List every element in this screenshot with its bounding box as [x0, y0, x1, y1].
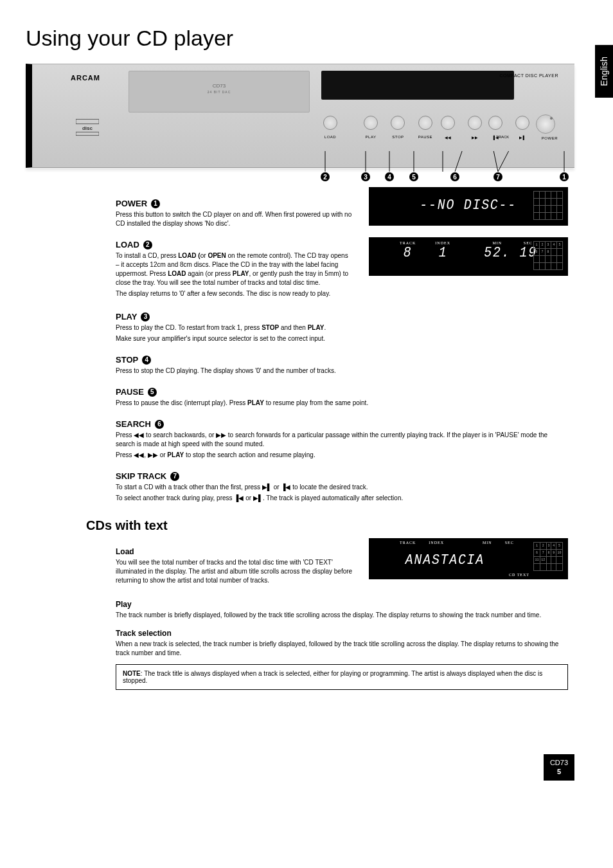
play-text-2: Make sure your amplifier's input source …: [116, 334, 568, 343]
callout-4: 4: [385, 172, 394, 181]
load-button[interactable]: LOAD: [323, 116, 337, 130]
tray-model: CD73: [213, 83, 226, 89]
callout-1: 1: [560, 172, 569, 181]
callout-7: 7: [493, 172, 502, 181]
search-heading: SEARCH6: [116, 419, 568, 429]
track-prev-button[interactable]: ▐◀: [488, 116, 502, 130]
load-text-1: To install a CD, press LOAD (or OPEN on …: [116, 251, 353, 287]
note-box: NOTE: The track title is always displaye…: [116, 664, 568, 690]
callout-2: 2: [321, 172, 330, 181]
callout-5: 5: [409, 172, 418, 181]
ct-load-text: You will see the total number of tracks …: [116, 558, 353, 585]
svg-rect-2: [76, 132, 99, 135]
search-back-button[interactable]: ◀◀: [441, 116, 455, 130]
lcd-grid-icon: 12345 678910 1112: [533, 542, 563, 568]
lcd-cd-text: TRACK INDEX MIN SEC ANASTACIA CD TEXT 12…: [369, 538, 568, 579]
device-type-label: COMPACT DISC PLAYER: [499, 73, 558, 78]
device-display: [321, 71, 514, 100]
svg-text:disc: disc: [82, 125, 93, 131]
power-text: Press this button to switch the CD playe…: [116, 210, 353, 228]
svg-line-9: [491, 151, 498, 172]
pause-heading: PAUSE5: [116, 387, 568, 397]
power-heading: POWER 1: [116, 199, 353, 208]
page-footer: CD73 5: [26, 754, 574, 781]
play-heading: PLAY3: [116, 312, 568, 321]
pause-text: Press to pause the disc (interrupt play)…: [116, 399, 568, 408]
svg-line-10: [498, 151, 515, 172]
tray-sub: 24 BIT DAC: [129, 90, 309, 94]
lcd-track-time: TRACK8 INDEX1 MIN52. SEC19 12345678: [369, 237, 568, 276]
skip-text-1: To start a CD with a track other than th…: [116, 483, 568, 492]
compact-disc-logo-icon: disc: [76, 119, 99, 137]
power-button[interactable]: [536, 114, 555, 134]
page-title: Using your CD player: [26, 26, 574, 51]
track-next-button[interactable]: ▶▌: [515, 116, 529, 130]
language-tab: English: [595, 45, 613, 98]
ct-tracksel-text: When a new track is selected, the track …: [116, 640, 568, 658]
skip-text-2: To select another track during play, pre…: [116, 494, 568, 503]
power-label: POWER: [542, 136, 558, 140]
load-heading: LOAD 2: [116, 240, 353, 249]
cds-with-text-heading: CDs with text: [86, 518, 568, 533]
lcd-no-disc: --NO DISC--: [369, 187, 568, 226]
play-button[interactable]: PLAY: [364, 116, 378, 130]
stop-button[interactable]: STOP: [391, 116, 405, 130]
callout-6: 6: [450, 172, 459, 181]
load-text-2: The display returns to '0' after a few s…: [116, 289, 353, 298]
track-label: TRACK: [496, 135, 509, 139]
skip-heading: SKIP TRACK7: [116, 471, 568, 481]
ct-tracksel-heading: Track selection: [116, 629, 568, 638]
lcd-grid-icon: [533, 191, 563, 217]
pause-button[interactable]: PAUSE: [418, 116, 432, 130]
cd-tray: CD73 24 BIT DAC: [129, 71, 310, 113]
lcd-grid-icon: 12345678: [533, 241, 563, 267]
ct-play-heading: Play: [116, 600, 568, 609]
search-text-2: Press ◀◀, ▶▶ or PLAY to stop the search …: [116, 451, 568, 460]
svg-line-8: [455, 151, 466, 172]
callout-3: 3: [361, 172, 370, 181]
stop-heading: STOP4: [116, 355, 568, 365]
brand-label: ARCAM: [71, 74, 100, 82]
stop-text: Press to stop the CD playing. The displa…: [116, 366, 568, 375]
ct-play-text: The track number is briefly displayed, f…: [116, 611, 568, 620]
search-text-1: Press ◀◀ to search backwards, or ▶▶ to s…: [116, 431, 568, 449]
search-fwd-button[interactable]: ▶▶: [468, 116, 482, 130]
svg-rect-0: [76, 120, 99, 124]
play-text-1: Press to play the CD. To restart from tr…: [116, 323, 568, 332]
ct-load-heading: Load: [116, 547, 353, 556]
cd-player-illustration: ARCAM CD73 24 BIT DAC COMPACT DISC PLAYE…: [26, 64, 574, 168]
